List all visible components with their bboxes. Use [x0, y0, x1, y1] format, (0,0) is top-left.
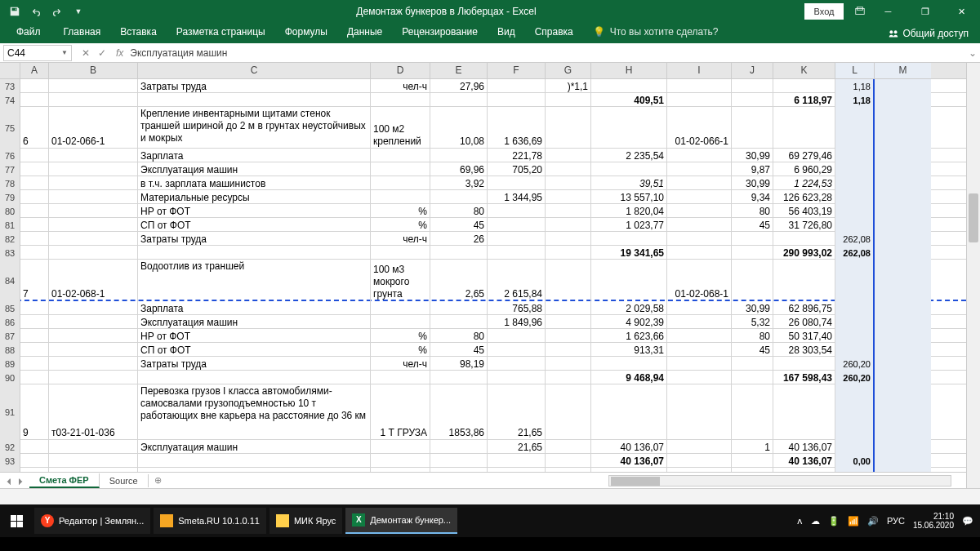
taskbar-item[interactable]: YРедактор | Землян... [34, 508, 150, 534]
login-button[interactable]: Вход [804, 3, 844, 20]
row-header[interactable]: 93 [0, 454, 20, 468]
row-header[interactable]: 84 [0, 260, 20, 301]
cell[interactable]: 2 615,84 [488, 260, 546, 301]
cell[interactable]: Затраты труда [138, 232, 371, 246]
cell[interactable]: 4 902,39 [591, 315, 667, 329]
tab-view[interactable]: Вид [488, 23, 525, 43]
cell[interactable] [430, 315, 488, 329]
cell[interactable] [875, 107, 931, 149]
qat-customize-icon[interactable]: ▼ [69, 2, 88, 21]
cell[interactable] [49, 190, 138, 204]
cell[interactable] [546, 149, 591, 162]
ribbon-options-icon[interactable] [850, 2, 870, 21]
cell[interactable] [835, 260, 875, 301]
cell[interactable]: 62 896,75 [773, 301, 835, 315]
cell[interactable] [667, 343, 732, 357]
cell[interactable] [591, 107, 667, 149]
cell[interactable]: чел-ч [371, 79, 430, 93]
cell[interactable]: 98,19 [430, 357, 488, 371]
name-box[interactable]: C44 ▼ [3, 45, 72, 61]
cell[interactable] [773, 107, 835, 149]
cell[interactable] [49, 176, 138, 190]
cell[interactable]: 27,96 [430, 79, 488, 93]
tray-battery-icon[interactable]: 🔋 [828, 516, 840, 527]
cell[interactable] [49, 329, 138, 343]
taskbar-item[interactable]: МИК Ярус [270, 508, 342, 534]
cell[interactable] [20, 301, 49, 315]
cell[interactable]: 30,99 [732, 176, 773, 190]
cell[interactable]: т03-21-01-036 [49, 384, 138, 440]
cell[interactable] [49, 149, 138, 162]
cell[interactable] [49, 162, 138, 176]
tray-clock[interactable]: 21:10 15.06.2020 [913, 512, 954, 530]
cell[interactable]: 1,18 [835, 93, 875, 107]
cell[interactable] [546, 218, 591, 232]
cell[interactable] [488, 204, 546, 218]
cell[interactable] [546, 468, 591, 472]
cell[interactable] [488, 246, 546, 260]
table-row[interactable]: 74409,516 118,971,18 [0, 93, 966, 107]
cell[interactable]: 69,96 [430, 162, 488, 176]
cell[interactable] [773, 468, 835, 472]
cell[interactable] [488, 343, 546, 357]
cell[interactable] [488, 371, 546, 384]
tell-me[interactable]: 💡 Что вы хотите сделать? [583, 23, 728, 43]
cancel-formula-icon[interactable]: ✕ [78, 47, 93, 59]
row-header[interactable]: 88 [0, 343, 20, 357]
cell[interactable] [546, 343, 591, 357]
cell[interactable] [835, 190, 875, 204]
cell[interactable]: 0,00 [835, 454, 875, 468]
row-header[interactable]: 73 [0, 79, 20, 93]
cell[interactable]: 260,20 [835, 371, 875, 384]
cell[interactable]: 21,65 [488, 440, 546, 454]
row-header[interactable]: 76 [0, 149, 20, 162]
cell[interactable]: 80 [732, 329, 773, 343]
cell[interactable] [667, 454, 732, 468]
col-header[interactable]: L [835, 63, 875, 78]
cell[interactable] [732, 384, 773, 440]
cell[interactable] [667, 246, 732, 260]
cell[interactable] [732, 468, 773, 472]
cell[interactable] [732, 107, 773, 149]
cell[interactable] [49, 204, 138, 218]
table-row[interactable]: 94 [0, 468, 966, 472]
cell[interactable]: 45 [732, 343, 773, 357]
cell[interactable] [591, 232, 667, 246]
row-header[interactable]: 78 [0, 176, 20, 190]
cell[interactable]: 31 726,80 [773, 218, 835, 232]
cell[interactable] [430, 190, 488, 204]
cell[interactable]: Материальные ресурсы [138, 190, 371, 204]
cell[interactable] [875, 260, 931, 301]
cell[interactable] [138, 371, 371, 384]
cell[interactable]: 69 279,46 [773, 149, 835, 162]
undo-icon[interactable] [26, 2, 46, 21]
cell[interactable]: 21,65 [488, 384, 546, 440]
share-button[interactable]: Общий доступ [888, 28, 977, 39]
table-row[interactable]: 73Затраты трудачел-ч27,96)*1,11,18 [0, 79, 966, 93]
cell[interactable] [667, 204, 732, 218]
cell[interactable] [835, 384, 875, 440]
cell[interactable] [875, 329, 931, 343]
col-header[interactable]: J [732, 63, 773, 78]
tab-help[interactable]: Справка [525, 23, 583, 43]
cell[interactable]: Зарплата [138, 149, 371, 162]
cell[interactable] [20, 232, 49, 246]
row-header[interactable]: 92 [0, 440, 20, 454]
cell[interactable] [20, 149, 49, 162]
minimize-button[interactable]: ─ [870, 0, 906, 23]
sheet-nav-first-icon[interactable]: ⏴ [3, 476, 15, 486]
cell[interactable] [546, 329, 591, 343]
formula-input[interactable]: Эксплуатация машин [127, 47, 965, 59]
cell[interactable]: Перевозка грузов I класса автомобилями-с… [138, 384, 371, 440]
cell[interactable]: 01-02-066-1 [49, 107, 138, 149]
sheet-tab[interactable]: Source [100, 474, 149, 487]
row-header[interactable]: 86 [0, 315, 20, 329]
cell[interactable] [20, 93, 49, 107]
cell[interactable] [875, 384, 931, 440]
cell[interactable]: 5,32 [732, 315, 773, 329]
tab-layout[interactable]: Разметка страницы [167, 23, 275, 43]
cell[interactable] [49, 371, 138, 384]
table-row[interactable]: 88СП от ФОТ%45913,314528 303,54 [0, 343, 966, 357]
cell[interactable] [875, 149, 931, 162]
cell[interactable]: чел-ч [371, 357, 430, 371]
